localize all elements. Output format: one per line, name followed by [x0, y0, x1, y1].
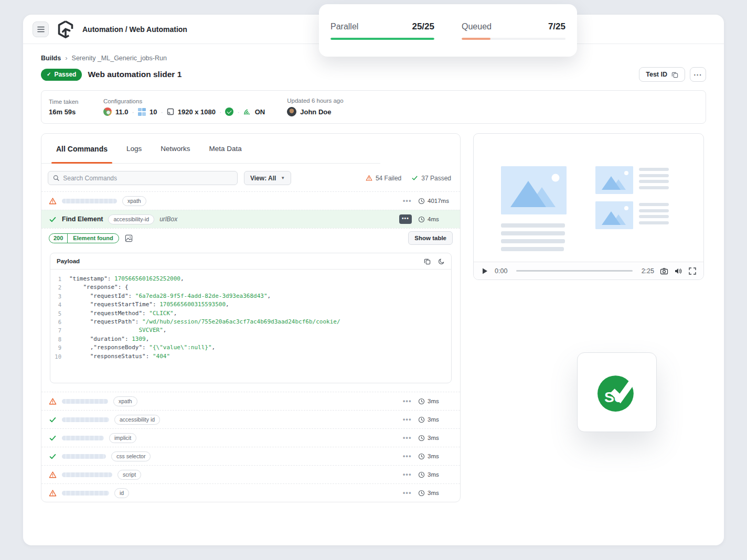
fullscreen-icon[interactable] [688, 267, 697, 275]
locator-value: urlBox [159, 216, 177, 223]
tab-meta-data[interactable]: Meta Data [209, 134, 242, 164]
resolution-value: 1920 x 1080 [178, 108, 216, 116]
video-frame[interactable] [474, 134, 703, 262]
code-line: 5 "requestMethod": "CLICK", [50, 309, 451, 318]
row-menu-icon[interactable]: ••• [403, 435, 412, 441]
row-menu-icon[interactable]: ••• [403, 198, 412, 204]
video-controls: 0:00 2:25 [474, 262, 703, 279]
dark-mode-moon-icon[interactable] [438, 258, 445, 265]
row-menu-icon[interactable]: ••• [403, 471, 412, 478]
play-icon[interactable] [481, 267, 489, 275]
tab-logs[interactable]: Logs [126, 134, 142, 164]
payload-code[interactable]: 1"timestamp": 1705665601625252000,2 "res… [50, 270, 451, 383]
clock-icon [418, 398, 425, 405]
parallel-label: Parallel [330, 22, 358, 31]
command-row[interactable]: accessibility id•••3ms [41, 410, 460, 428]
breadcrumb-builds[interactable]: Builds [41, 55, 61, 62]
updated-label: Updated 6 hours ago [287, 98, 343, 104]
camera-icon[interactable] [660, 267, 668, 275]
parallel-progress [330, 38, 434, 40]
locator-type-badge: implicit [109, 433, 136, 443]
warning-icon [49, 489, 57, 497]
row-menu-icon[interactable]: ••• [403, 490, 412, 496]
copy-icon [671, 71, 678, 78]
selenium-logo-icon: Se [594, 370, 639, 415]
video-seek-bar[interactable] [516, 270, 632, 272]
os-version: 10 [150, 108, 157, 116]
mock-text-lines [501, 214, 567, 251]
row-menu-icon[interactable]: ••• [403, 453, 412, 459]
check-icon [49, 216, 57, 223]
summary-bar: Time taken 16m 59s Configurations 11.0 ·… [41, 90, 706, 124]
code-line: 7 SVCVER", [50, 326, 451, 335]
more-actions-button[interactable]: ··· [690, 67, 706, 82]
command-row[interactable]: Find Elementaccessibility-idurlBox•••4ms [41, 210, 460, 228]
check-icon [49, 453, 57, 460]
queued-value: 7/25 [548, 21, 565, 32]
check-icon [49, 434, 57, 442]
breadcrumb-run-name: Serenity _ML_Generic_jobs-Run [72, 55, 167, 62]
tab-all-commands[interactable]: All Commands [56, 134, 108, 164]
selenium-icon [225, 107, 233, 116]
locator-type-badge: css selector [111, 451, 151, 461]
copy-payload-icon[interactable] [424, 258, 431, 265]
row-menu-icon[interactable]: ••• [399, 214, 412, 224]
locator-type-badge: id [114, 488, 129, 498]
command-row[interactable]: implicit•••3ms [41, 428, 460, 447]
duration: 3ms [418, 435, 453, 441]
code-line: 10 "responseStatus": "404" [50, 352, 451, 361]
failed-count: 54 Failed [366, 175, 401, 182]
command-list-top: xpath•••4017msFind Elementaccessibility-… [41, 191, 460, 228]
command-row[interactable]: xpath•••3ms [41, 392, 460, 410]
network-state: ON [255, 108, 265, 116]
show-table-button[interactable]: Show table [408, 231, 453, 245]
screenshot-image-icon[interactable] [125, 234, 133, 242]
app-logo-icon [57, 20, 74, 39]
time-taken-value: 16m 59s [49, 108, 86, 116]
mock-list-item [595, 201, 669, 229]
command-name-skeleton [62, 436, 104, 440]
network-icon [243, 108, 251, 115]
command-row[interactable]: css selector•••3ms [41, 447, 460, 465]
view-dropdown[interactable]: View: All ▼ [244, 171, 291, 185]
main-window: Automation / Web Automation Builds › Ser… [23, 15, 724, 545]
parallel-value: 25/25 [412, 21, 434, 32]
speaker-icon[interactable] [674, 267, 682, 275]
locator-type-badge: accessibility-id [108, 214, 154, 224]
check-icon: ✓ [47, 71, 51, 77]
queued-bar-fill [462, 38, 490, 40]
command-list-bottom: xpath•••3msaccessibility id•••3msimplici… [41, 392, 460, 502]
search-icon [53, 175, 59, 181]
queued-group: Queued 7/25 [462, 21, 565, 40]
clock-icon [418, 216, 425, 223]
row-menu-icon[interactable]: ••• [403, 398, 412, 404]
code-line: 9 ,"responseBody": "{\"value\":null}", [50, 343, 451, 352]
test-id-button[interactable]: Test ID [639, 67, 685, 82]
response-status-badge: 200 Element found [49, 233, 119, 243]
locator-type-badge: xpath [122, 196, 146, 206]
search-box[interactable] [48, 171, 238, 185]
user-name: John Doe [300, 108, 331, 116]
command-row[interactable]: script•••3ms [41, 465, 460, 483]
command-name-skeleton [62, 399, 108, 404]
passed-count: 37 Passed [411, 175, 451, 182]
command-name-skeleton [62, 199, 117, 203]
search-input[interactable] [63, 175, 232, 182]
queued-progress [462, 38, 565, 40]
time-taken-label: Time taken [49, 99, 86, 105]
view-dropdown-value: View: All [250, 175, 276, 182]
response-code: 200 [49, 234, 68, 243]
resolution-icon [167, 108, 174, 115]
command-name-skeleton [62, 417, 109, 422]
check-icon [411, 175, 418, 181]
menu-button[interactable] [33, 21, 49, 37]
page-title: Web automation slider 1 [88, 70, 182, 79]
tabs: All Commands Logs Networks Meta Data [41, 134, 460, 164]
row-menu-icon[interactable]: ••• [403, 416, 412, 423]
response-text: Element found [68, 234, 118, 243]
command-row[interactable]: xpath•••4017ms [41, 191, 460, 210]
commands-panel: All Commands Logs Networks Meta Data [41, 133, 461, 502]
command-row[interactable]: id•••3ms [41, 483, 460, 502]
tab-networks[interactable]: Networks [161, 134, 190, 164]
code-line: 8 "duration": 1309, [50, 335, 451, 343]
